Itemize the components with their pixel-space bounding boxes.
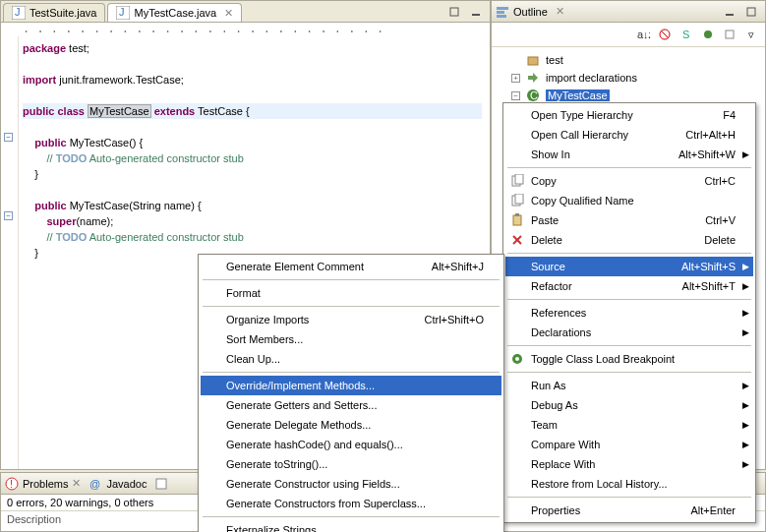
outline-header: Outline ✕ bbox=[492, 1, 765, 23]
submenu-arrow-icon: ▶ bbox=[742, 400, 749, 410]
copy-icon bbox=[509, 193, 525, 208]
menu-label: Override/Implement Methods... bbox=[226, 380, 375, 391]
menu-item[interactable]: Debug As▶ bbox=[505, 395, 753, 415]
menu-label: Source bbox=[531, 261, 565, 272]
menu-item[interactable]: Generate Element CommentAlt+Shift+J bbox=[201, 257, 501, 276]
menu-item[interactable]: Replace With▶ bbox=[505, 454, 753, 474]
menu-item[interactable]: Show InAlt+Shift+W▶ bbox=[505, 145, 753, 164]
hide-fields-icon[interactable] bbox=[655, 25, 675, 44]
menu-item[interactable]: Generate toString()... bbox=[201, 454, 501, 474]
menu-item[interactable]: Externalize Strings... bbox=[201, 520, 501, 532]
menu-item[interactable]: PasteCtrl+V bbox=[505, 210, 753, 230]
kw-package: package bbox=[23, 42, 66, 54]
expand-icon[interactable]: + bbox=[511, 74, 520, 83]
menu-item[interactable]: Toggle Class Load Breakpoint bbox=[505, 349, 753, 369]
editor-tab-mytestcase[interactable]: J MyTestCase.java ✕ bbox=[107, 3, 242, 22]
menu-item[interactable]: Restore from Local History... bbox=[505, 474, 753, 494]
collapse-icon[interactable]: − bbox=[511, 91, 520, 100]
kw-public: public bbox=[34, 200, 66, 211]
menu-shortcut: Alt+Shift+S bbox=[658, 261, 736, 272]
editor-tab-bar: J TestSuite.java J MyTestCase.java ✕ bbox=[1, 1, 490, 23]
menu-shortcut: Alt+Enter bbox=[667, 504, 736, 516]
declaration-tab-icon[interactable] bbox=[154, 477, 168, 491]
menu-item[interactable]: Generate Getters and Setters... bbox=[201, 395, 501, 415]
tab-label: TestSuite.java bbox=[29, 7, 96, 19]
menu-label: Open Call Hierarchy bbox=[531, 129, 628, 141]
sort-icon[interactable]: a↓z bbox=[633, 25, 653, 44]
menu-item[interactable]: DeleteDelete bbox=[505, 230, 753, 250]
maximize-icon[interactable] bbox=[444, 2, 464, 22]
menu-item[interactable]: Sort Members... bbox=[201, 329, 501, 349]
menu-item[interactable]: Clean Up... bbox=[201, 349, 501, 369]
svg-rect-8 bbox=[497, 15, 506, 18]
menu-item[interactable]: RefactorAlt+Shift+T▶ bbox=[505, 276, 753, 296]
paste-icon bbox=[509, 212, 525, 228]
view-menu-icon[interactable]: ▿ bbox=[741, 25, 761, 44]
menu-item[interactable]: Open Call HierarchyCtrl+Alt+H bbox=[505, 125, 753, 145]
javadoc-tab[interactable]: @ Javadoc bbox=[88, 477, 147, 491]
kw-public: public bbox=[23, 105, 54, 117]
menu-separator bbox=[203, 279, 500, 280]
comment: Auto-generated constructor stub bbox=[87, 231, 244, 243]
menu-item[interactable]: Compare With▶ bbox=[505, 435, 753, 454]
svg-rect-28 bbox=[515, 194, 523, 204]
import-icon bbox=[526, 71, 540, 85]
submenu-arrow-icon: ▶ bbox=[742, 459, 749, 469]
submenu-arrow-icon: ▶ bbox=[742, 308, 749, 318]
maximize-icon[interactable] bbox=[741, 2, 761, 22]
menu-item[interactable]: Declarations▶ bbox=[505, 323, 753, 342]
breadcrumb-strip: . . . . . . . . . . . . . . . . . . . . … bbox=[1, 23, 490, 36]
menu-separator bbox=[507, 253, 751, 254]
menu-label: Generate toString()... bbox=[226, 458, 327, 470]
tree-item-package[interactable]: test bbox=[494, 51, 763, 69]
close-icon[interactable]: ✕ bbox=[556, 5, 564, 18]
menu-label: Format bbox=[226, 287, 261, 299]
editor-tab-testsuite[interactable]: J TestSuite.java bbox=[3, 3, 105, 22]
kw-public: public bbox=[34, 137, 66, 148]
fold-toggle[interactable]: − bbox=[4, 211, 13, 220]
comment: Auto-generated constructor stub bbox=[87, 152, 244, 164]
code-text: MyTestCase(String name) { bbox=[67, 200, 202, 211]
gutter: − − bbox=[1, 36, 19, 469]
menu-item[interactable]: Generate Delegate Methods... bbox=[201, 415, 501, 435]
code-text: } bbox=[34, 168, 38, 180]
menu-item[interactable]: Copy Qualified Name bbox=[505, 191, 753, 210]
menu-item[interactable]: Organize ImportsCtrl+Shift+O bbox=[201, 310, 501, 329]
delete-icon bbox=[509, 232, 525, 248]
close-icon[interactable]: ✕ bbox=[72, 477, 81, 490]
svg-rect-7 bbox=[497, 11, 504, 14]
menu-label: Show In bbox=[531, 148, 570, 160]
minimize-icon[interactable] bbox=[720, 2, 739, 22]
svg-rect-29 bbox=[513, 215, 521, 225]
svg-rect-6 bbox=[497, 7, 508, 10]
menu-label: Toggle Class Load Breakpoint bbox=[531, 353, 675, 365]
menu-item[interactable]: Override/Implement Methods... bbox=[201, 376, 501, 395]
menu-item[interactable]: Generate hashCode() and equals()... bbox=[201, 435, 501, 454]
menu-item[interactable]: SourceAlt+Shift+S▶ bbox=[505, 257, 753, 276]
menu-separator bbox=[507, 345, 751, 346]
menu-item[interactable]: References▶ bbox=[505, 303, 753, 323]
menu-shortcut: Alt+Shift+J bbox=[408, 261, 484, 272]
menu-item[interactable]: CopyCtrl+C bbox=[505, 171, 753, 191]
menu-item[interactable]: Open Type HierarchyF4 bbox=[505, 105, 753, 125]
code-text: MyTestCase() { bbox=[67, 137, 144, 148]
fold-toggle[interactable]: − bbox=[4, 133, 13, 142]
code-text: TestCase { bbox=[195, 105, 249, 117]
hide-static-icon[interactable]: S bbox=[677, 25, 696, 44]
menu-label: Open Type Hierarchy bbox=[531, 109, 633, 121]
menu-item[interactable]: Format bbox=[201, 283, 501, 303]
tree-item-imports[interactable]: + import declarations bbox=[494, 69, 763, 87]
problems-tab[interactable]: ! Problems ✕ bbox=[5, 477, 81, 491]
close-icon[interactable]: ✕ bbox=[224, 7, 233, 20]
menu-item[interactable]: PropertiesAlt+Enter bbox=[505, 501, 753, 520]
menu-item[interactable]: Generate Constructors from Superclass... bbox=[201, 494, 501, 513]
menu-item[interactable]: Run As▶ bbox=[505, 376, 753, 395]
hide-local-icon[interactable] bbox=[720, 25, 739, 44]
hide-nonpublic-icon[interactable] bbox=[698, 25, 718, 44]
menu-label: Clean Up... bbox=[226, 353, 280, 365]
menu-label: Generate Getters and Setters... bbox=[226, 399, 377, 411]
menu-item[interactable]: Generate Constructor using Fields... bbox=[201, 474, 501, 494]
menu-item[interactable]: Team▶ bbox=[505, 415, 753, 435]
svg-text:!: ! bbox=[10, 478, 13, 490]
minimize-icon[interactable] bbox=[466, 2, 486, 22]
